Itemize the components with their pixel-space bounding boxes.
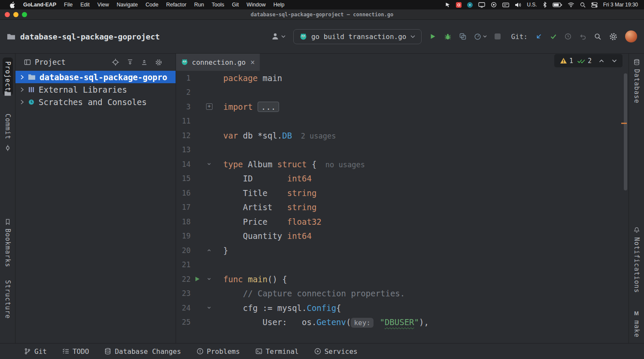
stop-button[interactable] — [495, 33, 501, 39]
spotlight-search-icon[interactable] — [580, 2, 586, 8]
fold-gutter[interactable]: + — [204, 103, 215, 110]
commit-icon[interactable] — [4, 145, 11, 151]
panel-options-gear-icon[interactable] — [155, 59, 162, 66]
menu-item-tools[interactable]: Tools — [208, 2, 228, 8]
warnings-group[interactable]: 1 — [560, 57, 573, 65]
teal-app-icon[interactable] — [467, 2, 473, 8]
red-app-icon[interactable] — [456, 2, 462, 8]
search-everywhere-button[interactable] — [594, 33, 601, 40]
stripe-item-structure[interactable]: Structure — [4, 280, 12, 319]
editor-tab-connection-go[interactable]: connection.go × — [176, 54, 260, 71]
menu-item-window[interactable]: Window — [243, 2, 269, 8]
close-window-button[interactable] — [5, 12, 10, 17]
close-tab-icon[interactable]: × — [250, 58, 255, 66]
code-line[interactable]: 3+import ... — [176, 100, 629, 114]
menu-item-refactor[interactable]: Refactor — [162, 2, 190, 8]
toolwindow-todo[interactable]: TODO — [62, 347, 89, 356]
collapse-all-button[interactable] — [141, 59, 148, 66]
run-button[interactable] — [429, 33, 436, 40]
menu-item-view[interactable]: View — [94, 2, 113, 8]
stripe-item-notifications[interactable]: Notifications — [633, 237, 641, 293]
run-config-selector[interactable]: go build transaction.go — [293, 29, 422, 44]
wifi-icon[interactable] — [568, 2, 574, 7]
keyboard-icon[interactable] — [502, 3, 509, 7]
code-line[interactable]: 12var db *sql.DB 2 usages — [176, 128, 629, 143]
inspections-widget[interactable]: 1 2 — [554, 54, 623, 67]
profiler-button[interactable] — [474, 33, 487, 40]
code-line[interactable]: 13 — [176, 143, 629, 157]
fold-gutter[interactable] — [204, 162, 215, 166]
code-area[interactable]: 1package main23+import ...1112var db *sq… — [176, 71, 629, 343]
code-line[interactable]: 21 — [176, 258, 629, 272]
settings-button[interactable] — [609, 33, 617, 41]
code-line[interactable]: 14type Album struct { no usages — [176, 157, 629, 172]
menu-item-navigate[interactable]: Navigate — [113, 2, 142, 8]
code-line[interactable]: 25 User: os.Getenv(key: "DBUSER"), — [176, 315, 629, 330]
tree-row-project-root[interactable]: database-sql-package-gopro — [15, 71, 176, 83]
location-arrow-icon[interactable] — [445, 2, 450, 8]
volume-icon[interactable] — [515, 2, 521, 8]
update-project-button[interactable] — [535, 33, 542, 40]
menubar-clock[interactable]: Fri 3 Mar 19:30 — [603, 2, 638, 8]
tree-row-external-libraries[interactable]: External Libraries — [15, 83, 176, 96]
code-line[interactable]: 20} — [176, 243, 629, 258]
chevron-right-icon[interactable] — [20, 87, 24, 92]
chevron-right-icon[interactable] — [20, 100, 24, 105]
menu-item-run[interactable]: Run — [190, 2, 208, 8]
minimize-window-button[interactable] — [13, 12, 18, 17]
code-line[interactable]: 15 ID int64 — [176, 172, 629, 186]
error-stripe-mark[interactable] — [621, 123, 627, 124]
code-line[interactable]: 11 — [176, 114, 629, 129]
chevron-right-icon[interactable] — [20, 75, 24, 80]
rollback-button[interactable] — [579, 33, 586, 40]
menu-item-code[interactable]: Code — [142, 2, 162, 8]
user-avatar[interactable] — [625, 30, 637, 42]
make-icon[interactable]: M — [634, 310, 639, 317]
code-line[interactable]: 22func main() { — [176, 272, 629, 287]
coverage-button[interactable] — [459, 33, 466, 40]
code-line[interactable]: 18 Price float32 — [176, 214, 629, 229]
fold-gutter[interactable] — [204, 277, 215, 281]
toolwindow-services[interactable]: Services — [314, 347, 358, 356]
control-center-icon[interactable] — [591, 2, 598, 8]
toolwindow-git[interactable]: Git — [24, 347, 47, 356]
project-widget[interactable]: database-sql-package-goproject — [7, 32, 160, 41]
menu-item-edit[interactable]: Edit — [76, 2, 94, 8]
fold-gutter[interactable] — [204, 306, 215, 310]
stripe-item-database[interactable]: Database — [633, 69, 641, 103]
history-button[interactable] — [565, 33, 571, 40]
tree-row-scratches[interactable]: Scratches and Consoles — [15, 96, 176, 108]
menu-item-help[interactable]: Help — [270, 2, 289, 8]
bell-icon[interactable] — [633, 227, 640, 233]
passed-checks-group[interactable]: 2 — [577, 57, 592, 65]
stripe-item-project[interactable]: Project — [3, 57, 13, 95]
code-line[interactable]: 1package main — [176, 71, 629, 85]
database-icon[interactable] — [633, 59, 640, 66]
code-line[interactable]: 16 Title string — [176, 186, 629, 200]
fold-gutter[interactable] — [204, 248, 215, 252]
code-line[interactable]: 2 — [176, 85, 629, 100]
code-line[interactable]: 24 cfg := mysql.Config{ — [176, 301, 629, 315]
toolwindow-problems[interactable]: Problems — [197, 347, 240, 356]
menu-item-app[interactable]: GoLand-EAP — [19, 2, 60, 8]
user-dropdown[interactable] — [271, 33, 286, 40]
screen-record-icon[interactable] — [491, 2, 497, 8]
stripe-item-bookmarks[interactable]: Bookmarks — [4, 229, 12, 267]
run-gutter[interactable] — [191, 276, 204, 282]
project-panel-title[interactable]: Project — [35, 58, 66, 66]
folder-icon[interactable] — [4, 91, 11, 97]
battery-icon[interactable] — [553, 3, 562, 7]
apple-menu-icon[interactable] — [6, 2, 19, 8]
code-line[interactable]: 17 Artist string — [176, 200, 629, 215]
next-problem-chevron-icon[interactable] — [612, 59, 617, 63]
bookmark-icon[interactable] — [5, 218, 11, 225]
prev-problem-chevron-icon[interactable] — [599, 59, 604, 63]
input-source-label[interactable]: U.S. — [527, 2, 537, 8]
display-icon[interactable] — [478, 2, 485, 8]
toolwindow-database-changes[interactable]: Database Changes — [104, 347, 181, 356]
expand-all-button[interactable] — [127, 59, 134, 66]
menu-item-git[interactable]: Git — [228, 2, 243, 8]
code-line[interactable]: 23 // Capture connection properties. — [176, 287, 629, 301]
commit-button[interactable] — [550, 33, 557, 40]
bluetooth-icon[interactable] — [543, 2, 547, 8]
